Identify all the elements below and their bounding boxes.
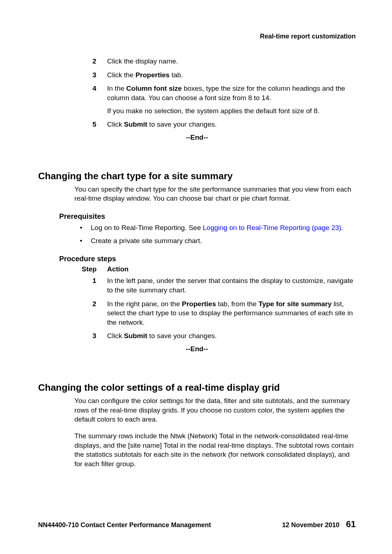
action-col-header: Action [107,265,128,273]
section1-steps: 1In the left pane, under the server that… [82,276,356,341]
list-item-text: Create a private site summary chart. [91,236,202,246]
prerequisites-heading: Prerequisites [59,212,356,221]
section-intro: You can specify the chart type for the s… [74,185,356,203]
step-number: 1 [82,276,107,295]
step-row: 3Click Submit to save your changes. [82,331,356,341]
step-paragraph: Click Submit to save your changes. [107,331,356,341]
step-text: Click the display name. [107,57,356,66]
running-header: Real-time report customization [38,33,356,40]
step-number: 2 [82,57,107,66]
step-text: In the right pane, on the Properties tab… [107,299,356,327]
body-paragraph: The summary rows include the Ntwk (Netwo… [74,431,356,469]
page: Real-time report customization 2Click th… [0,0,392,554]
step-number: 2 [82,299,107,327]
step-paragraph: Click the display name. [107,57,356,66]
step-row: 1In the left pane, under the server that… [82,276,356,295]
list-item: •Log on to Real-Time Reporting. See Logg… [80,223,356,233]
bullet-icon: • [80,236,91,246]
step-row: 2Click the display name. [82,57,356,66]
footer-doc-title: NN44400-710 Contact Center Performance M… [38,521,211,529]
footer-date: 12 November 2010 [282,521,339,529]
step-text: In the Column font size boxes, type the … [107,84,356,115]
step-row: 4In the Column font size boxes, type the… [82,84,356,115]
end-marker: --End-- [38,345,356,353]
step-paragraph: In the right pane, on the Properties tab… [107,299,356,327]
section-intro: You can configure the color settings for… [74,396,356,468]
step-col-header: Step [82,265,107,273]
page-footer: NN44400-710 Contact Center Performance M… [38,519,356,529]
intro-text: You can specify the chart type for the s… [74,185,356,203]
bullet-icon: • [80,223,91,233]
step-text: Click Submit to save your changes. [107,120,356,129]
footer-page-number: 61 [346,519,356,529]
section-heading: Changing the chart type for a site summa… [38,171,356,182]
body-paragraph: You can configure the color settings for… [74,396,356,424]
list-item-text: Log on to Real-Time Reporting. See Loggi… [91,223,343,233]
cross-reference-link[interactable]: Logging on to Real-Time Reporting (page … [203,224,342,231]
step-number: 3 [82,331,107,341]
steps-header: Step Action [82,265,356,273]
step-row: 3Click the Properties tab. [82,70,356,80]
step-paragraph: In the left pane, under the server that … [107,276,356,295]
list-item: •Create a private site summary chart. [80,236,356,246]
prerequisites-list: •Log on to Real-Time Reporting. See Logg… [80,223,356,246]
step-number: 5 [82,120,107,129]
step-text: Click the Properties tab. [107,70,356,80]
procedure-steps-heading: Procedure steps [59,255,356,263]
top-steps: 2Click the display name.3Click the Prope… [82,57,356,129]
step-paragraph: Click Submit to save your changes. [107,120,356,129]
step-text: Click Submit to save your changes. [107,331,356,341]
step-paragraph: In the Column font size boxes, type the … [107,84,356,102]
step-paragraph: If you make no selection, the system app… [107,106,356,116]
end-marker: --End-- [38,134,356,141]
step-paragraph: Click the Properties tab. [107,70,356,80]
step-row: 2In the right pane, on the Properties ta… [82,299,356,327]
step-number: 3 [82,70,107,80]
step-number: 4 [82,84,107,115]
step-text: In the left pane, under the server that … [107,276,356,295]
step-row: 5Click Submit to save your changes. [82,120,356,129]
section-heading: Changing the color settings of a real-ti… [38,382,356,393]
